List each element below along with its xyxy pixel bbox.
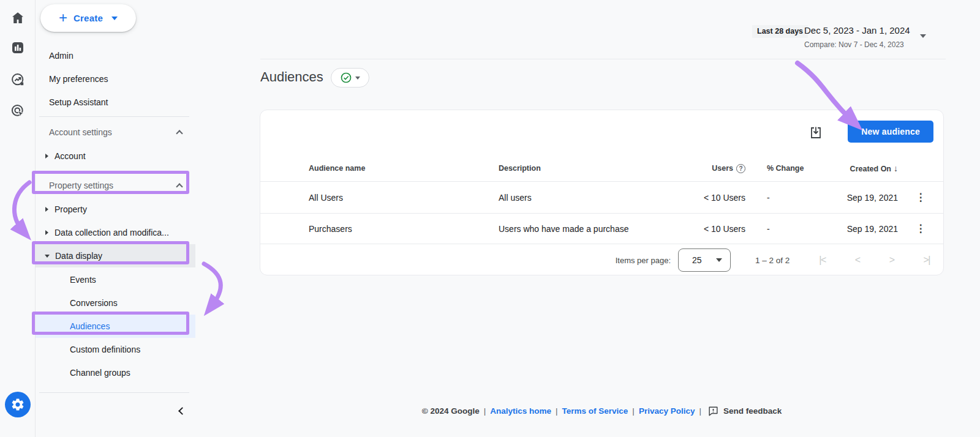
table-row[interactable]: All Users All users < 10 Users - Sep 19,… <box>260 181 943 213</box>
cell-change: - <box>745 224 840 234</box>
date-range-label[interactable]: Dec 5, 2023 - Jan 1, 2024 <box>804 25 910 35</box>
help-icon[interactable]: ? <box>736 164 745 173</box>
reports-icon[interactable] <box>10 40 25 55</box>
sidebar-item-account[interactable]: Account <box>36 144 195 168</box>
chevron-down-icon <box>45 255 50 258</box>
chevron-down-icon <box>111 17 118 20</box>
row-menu-icon[interactable]: ⋮ <box>911 189 931 206</box>
page-title: Audiences <box>260 69 323 85</box>
column-header-users[interactable]: Users ? <box>712 164 745 173</box>
admin-sidebar: Admin My preferences Setup Assistant Acc… <box>36 0 196 437</box>
card-toolbar: New audience <box>260 110 943 155</box>
sidebar-item-data-collection[interactable]: Data collection and modifica... <box>36 221 195 244</box>
chevron-up-icon <box>176 130 183 136</box>
cell-change: - <box>745 193 840 203</box>
arrow-to-audiences <box>204 264 221 307</box>
chevron-right-icon <box>45 207 48 212</box>
chevron-down-icon <box>355 77 360 80</box>
footer-link-analytics-home[interactable]: Analytics home <box>490 406 551 416</box>
check-circle-icon <box>340 72 352 84</box>
items-per-page-label: Items per page: <box>616 256 671 265</box>
chevron-down-icon <box>716 258 722 262</box>
collapse-sidebar-button[interactable] <box>173 402 191 420</box>
table-row[interactable]: Purchasers Users who have made a purchas… <box>260 213 943 244</box>
collection-status-dropdown[interactable] <box>331 68 369 88</box>
home-icon[interactable] <box>10 10 25 25</box>
first-page-icon[interactable]: |< <box>819 255 826 266</box>
audiences-card: New audience Audience name Description U… <box>260 110 944 275</box>
cell-description: All users <box>499 193 689 203</box>
cell-created-on: Sep 19, 2021 <box>847 193 898 203</box>
sidebar-item-admin[interactable]: Admin <box>36 44 195 67</box>
last-page-icon[interactable]: >| <box>924 255 930 266</box>
sidebar-item-property[interactable]: Property <box>36 198 195 221</box>
create-button-label: Create <box>74 13 103 23</box>
advertising-icon[interactable] <box>10 103 25 118</box>
table-header-row: Audience name Description Users ? % Chan… <box>260 155 943 181</box>
chevron-right-icon <box>45 154 48 159</box>
cell-description: Users who have made a purchase <box>499 224 689 234</box>
chevron-right-icon <box>45 230 48 235</box>
sidebar-item-audiences[interactable]: Audiences <box>36 315 195 338</box>
cell-users: < 10 Users <box>704 224 745 234</box>
column-header-created-on[interactable]: Created On↓ <box>850 163 898 173</box>
date-preset-chip: Last 28 days <box>752 25 808 38</box>
footer-link-terms-of-service[interactable]: Terms of Service <box>562 406 628 416</box>
sidebar-item-conversions[interactable]: Conversions <box>36 291 195 315</box>
date-compare-label: Compare: Nov 7 - Dec 4, 2023 <box>804 40 904 49</box>
section-account-settings[interactable]: Account settings <box>36 121 195 144</box>
column-header-description[interactable]: Description <box>499 164 689 173</box>
new-audience-button[interactable]: New audience <box>848 121 933 143</box>
download-icon[interactable] <box>809 125 823 140</box>
column-header-change[interactable]: % Change <box>745 164 840 173</box>
items-per-page-select[interactable]: 25 <box>678 248 731 272</box>
settings-gear-icon[interactable] <box>5 392 31 417</box>
cell-created-on: Sep 19, 2021 <box>847 224 898 234</box>
create-button[interactable]: + Create <box>40 4 136 32</box>
cell-audience-name[interactable]: Purchasers <box>309 224 499 234</box>
next-page-icon[interactable]: > <box>889 255 894 266</box>
send-feedback-label[interactable]: Send feedback <box>723 406 782 416</box>
chevron-down-icon[interactable] <box>920 34 926 38</box>
cell-audience-name[interactable]: All Users <box>309 193 499 203</box>
app-icon-rail <box>0 0 36 437</box>
pagination-range-label: 1 – 2 of 2 <box>755 256 790 265</box>
cell-users: < 10 Users <box>704 193 745 203</box>
footer-link-privacy-policy[interactable]: Privacy Policy <box>639 406 695 416</box>
explore-icon[interactable] <box>10 72 25 87</box>
column-header-audience-name[interactable]: Audience name <box>309 164 499 173</box>
chevron-left-icon <box>178 407 186 415</box>
chevron-up-icon <box>176 183 183 190</box>
sidebar-divider <box>39 392 189 393</box>
sidebar-item-setup-assistant[interactable]: Setup Assistant <box>36 91 195 114</box>
sidebar-divider <box>39 116 189 117</box>
row-menu-icon[interactable]: ⋮ <box>911 220 931 237</box>
pagination-bar: Items per page: 25 1 – 2 of 2 |< < > >| <box>260 244 943 276</box>
previous-page-icon[interactable]: < <box>855 255 860 266</box>
sidebar-item-my-preferences[interactable]: My preferences <box>36 67 195 91</box>
items-per-page-value: 25 <box>692 255 702 265</box>
sidebar-item-channel-groups[interactable]: Channel groups <box>36 361 195 384</box>
header-divider <box>260 59 946 59</box>
sidebar-item-custom-definitions[interactable]: Custom definitions <box>36 338 195 361</box>
section-property-settings[interactable]: Property settings <box>36 174 195 197</box>
feedback-icon <box>707 405 719 417</box>
sort-descending-icon: ↓ <box>894 163 898 173</box>
plus-icon: + <box>59 10 67 25</box>
sidebar-item-data-display[interactable]: Data display <box>36 244 195 267</box>
sidebar-item-events[interactable]: Events <box>36 268 195 291</box>
copyright-label: © 2024 Google <box>422 406 480 416</box>
page-footer: © 2024 Google | Analytics home | Terms o… <box>260 405 944 417</box>
